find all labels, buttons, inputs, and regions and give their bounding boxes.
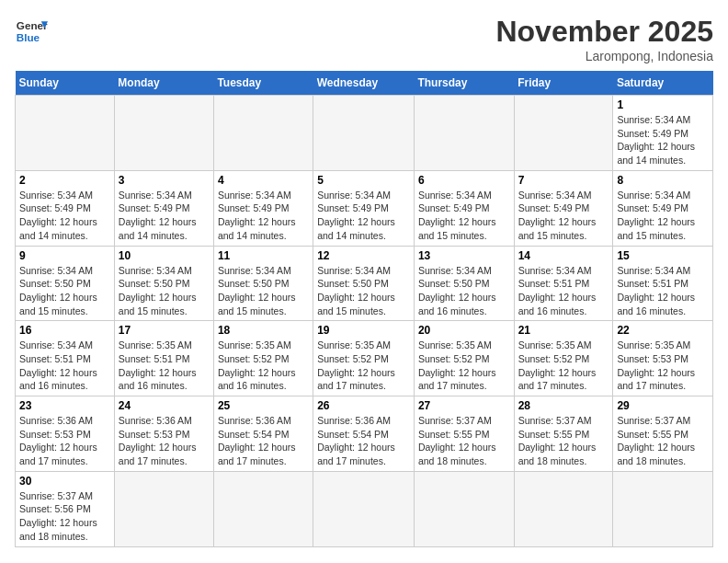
day-number: 18 [218, 324, 309, 337]
day-info: Sunrise: 5:34 AMSunset: 5:50 PMDaylight:… [317, 264, 410, 318]
logo-icon: General Blue [15, 15, 48, 48]
day-info: Sunrise: 5:36 AMSunset: 5:53 PMDaylight:… [19, 414, 110, 468]
calendar-cell [213, 471, 313, 546]
day-info: Sunrise: 5:35 AMSunset: 5:52 PMDaylight:… [418, 339, 510, 393]
day-info: Sunrise: 5:37 AMSunset: 5:55 PMDaylight:… [518, 414, 609, 468]
day-info: Sunrise: 5:34 AMSunset: 5:50 PMDaylight:… [418, 264, 510, 318]
calendar-cell [114, 471, 213, 546]
day-number: 21 [518, 324, 609, 337]
column-header-wednesday: Wednesday [313, 71, 415, 96]
day-info: Sunrise: 5:34 AMSunset: 5:50 PMDaylight:… [218, 264, 309, 318]
calendar-week-1: 1Sunrise: 5:34 AMSunset: 5:49 PMDaylight… [16, 96, 713, 171]
day-info: Sunrise: 5:35 AMSunset: 5:52 PMDaylight:… [218, 339, 309, 393]
day-number: 16 [19, 324, 110, 337]
logo: General Blue [15, 15, 48, 48]
day-number: 3 [119, 174, 210, 187]
day-number: 29 [617, 399, 709, 412]
calendar-cell [514, 471, 613, 546]
svg-text:General: General [17, 19, 48, 31]
day-info: Sunrise: 5:37 AMSunset: 5:55 PMDaylight:… [617, 414, 709, 468]
day-info: Sunrise: 5:34 AMSunset: 5:49 PMDaylight:… [617, 189, 709, 243]
day-info: Sunrise: 5:37 AMSunset: 5:55 PMDaylight:… [418, 414, 510, 468]
column-header-saturday: Saturday [613, 71, 713, 96]
calendar-cell: 5Sunrise: 5:34 AMSunset: 5:49 PMDaylight… [313, 170, 415, 246]
calendar-cell: 4Sunrise: 5:34 AMSunset: 5:49 PMDaylight… [213, 170, 313, 246]
day-number: 20 [418, 324, 510, 337]
day-number: 7 [518, 174, 609, 187]
calendar-cell [213, 96, 313, 171]
calendar-cell: 14Sunrise: 5:34 AMSunset: 5:51 PMDayligh… [514, 246, 613, 321]
calendar-cell: 24Sunrise: 5:36 AMSunset: 5:53 PMDayligh… [114, 396, 213, 472]
calendar-cell: 2Sunrise: 5:34 AMSunset: 5:49 PMDaylight… [16, 170, 115, 246]
column-header-sunday: Sunday [16, 71, 115, 96]
day-info: Sunrise: 5:34 AMSunset: 5:49 PMDaylight:… [617, 113, 709, 167]
day-info: Sunrise: 5:37 AMSunset: 5:56 PMDaylight:… [19, 489, 110, 544]
day-number: 2 [19, 174, 110, 187]
calendar-cell: 1Sunrise: 5:34 AMSunset: 5:49 PMDaylight… [613, 96, 713, 171]
calendar-cell [313, 471, 415, 546]
calendar-cell: 30Sunrise: 5:37 AMSunset: 5:56 PMDayligh… [16, 471, 115, 546]
calendar-cell: 11Sunrise: 5:34 AMSunset: 5:50 PMDayligh… [213, 246, 313, 321]
day-number: 1 [617, 98, 709, 111]
calendar-cell: 12Sunrise: 5:34 AMSunset: 5:50 PMDayligh… [313, 246, 415, 321]
calendar-cell: 9Sunrise: 5:34 AMSunset: 5:50 PMDaylight… [16, 246, 115, 321]
day-number: 10 [119, 249, 210, 262]
day-info: Sunrise: 5:34 AMSunset: 5:51 PMDaylight:… [518, 264, 609, 318]
day-info: Sunrise: 5:34 AMSunset: 5:49 PMDaylight:… [418, 189, 510, 243]
column-header-monday: Monday [114, 71, 213, 96]
day-info: Sunrise: 5:35 AMSunset: 5:53 PMDaylight:… [617, 339, 709, 393]
column-header-thursday: Thursday [414, 71, 514, 96]
day-number: 9 [19, 249, 110, 262]
day-number: 30 [19, 475, 110, 488]
calendar-cell: 26Sunrise: 5:36 AMSunset: 5:54 PMDayligh… [313, 396, 415, 472]
day-number: 22 [617, 324, 709, 337]
calendar-cell: 19Sunrise: 5:35 AMSunset: 5:52 PMDayligh… [313, 321, 415, 396]
calendar-cell: 13Sunrise: 5:34 AMSunset: 5:50 PMDayligh… [414, 246, 514, 321]
day-info: Sunrise: 5:34 AMSunset: 5:49 PMDaylight:… [19, 189, 110, 243]
day-info: Sunrise: 5:34 AMSunset: 5:51 PMDaylight:… [19, 339, 110, 393]
calendar-cell: 3Sunrise: 5:34 AMSunset: 5:49 PMDaylight… [114, 170, 213, 246]
calendar-cell [514, 96, 613, 171]
page-header: General Blue November 2025 Larompong, In… [15, 15, 713, 63]
location: Larompong, Indonesia [495, 49, 713, 63]
day-info: Sunrise: 5:35 AMSunset: 5:52 PMDaylight:… [518, 339, 609, 393]
calendar-week-4: 16Sunrise: 5:34 AMSunset: 5:51 PMDayligh… [16, 321, 713, 396]
calendar-cell: 6Sunrise: 5:34 AMSunset: 5:49 PMDaylight… [414, 170, 514, 246]
calendar-cell [313, 96, 415, 171]
day-number: 13 [418, 249, 510, 262]
calendar-week-6: 30Sunrise: 5:37 AMSunset: 5:56 PMDayligh… [16, 471, 713, 546]
calendar-cell: 10Sunrise: 5:34 AMSunset: 5:50 PMDayligh… [114, 246, 213, 321]
day-info: Sunrise: 5:34 AMSunset: 5:49 PMDaylight:… [317, 189, 410, 243]
day-number: 19 [317, 324, 410, 337]
day-number: 17 [119, 324, 210, 337]
day-info: Sunrise: 5:34 AMSunset: 5:49 PMDaylight:… [518, 189, 609, 243]
svg-text:Blue: Blue [17, 31, 40, 43]
calendar-week-2: 2Sunrise: 5:34 AMSunset: 5:49 PMDaylight… [16, 170, 713, 246]
day-info: Sunrise: 5:34 AMSunset: 5:51 PMDaylight:… [617, 264, 709, 318]
day-number: 14 [518, 249, 609, 262]
day-number: 15 [617, 249, 709, 262]
day-info: Sunrise: 5:34 AMSunset: 5:49 PMDaylight:… [218, 189, 309, 243]
calendar-table: SundayMondayTuesdayWednesdayThursdayFrid… [15, 71, 713, 547]
calendar-week-5: 23Sunrise: 5:36 AMSunset: 5:53 PMDayligh… [16, 396, 713, 472]
day-number: 27 [418, 399, 510, 412]
calendar-week-3: 9Sunrise: 5:34 AMSunset: 5:50 PMDaylight… [16, 246, 713, 321]
calendar-cell: 8Sunrise: 5:34 AMSunset: 5:49 PMDaylight… [613, 170, 713, 246]
day-number: 5 [317, 174, 410, 187]
day-number: 24 [119, 399, 210, 412]
day-number: 6 [418, 174, 510, 187]
column-header-friday: Friday [514, 71, 613, 96]
day-info: Sunrise: 5:34 AMSunset: 5:50 PMDaylight:… [119, 264, 210, 318]
calendar-cell: 28Sunrise: 5:37 AMSunset: 5:55 PMDayligh… [514, 396, 613, 472]
day-info: Sunrise: 5:34 AMSunset: 5:50 PMDaylight:… [19, 264, 110, 318]
calendar-cell: 17Sunrise: 5:35 AMSunset: 5:51 PMDayligh… [114, 321, 213, 396]
calendar-body: 1Sunrise: 5:34 AMSunset: 5:49 PMDaylight… [16, 96, 713, 547]
calendar-header-row: SundayMondayTuesdayWednesdayThursdayFrid… [16, 71, 713, 96]
day-number: 26 [317, 399, 410, 412]
calendar-cell: 23Sunrise: 5:36 AMSunset: 5:53 PMDayligh… [16, 396, 115, 472]
day-info: Sunrise: 5:36 AMSunset: 5:54 PMDaylight:… [317, 414, 410, 468]
calendar-cell: 15Sunrise: 5:34 AMSunset: 5:51 PMDayligh… [613, 246, 713, 321]
day-info: Sunrise: 5:34 AMSunset: 5:49 PMDaylight:… [119, 189, 210, 243]
month-title: November 2025 [495, 15, 713, 49]
calendar-cell: 29Sunrise: 5:37 AMSunset: 5:55 PMDayligh… [613, 396, 713, 472]
